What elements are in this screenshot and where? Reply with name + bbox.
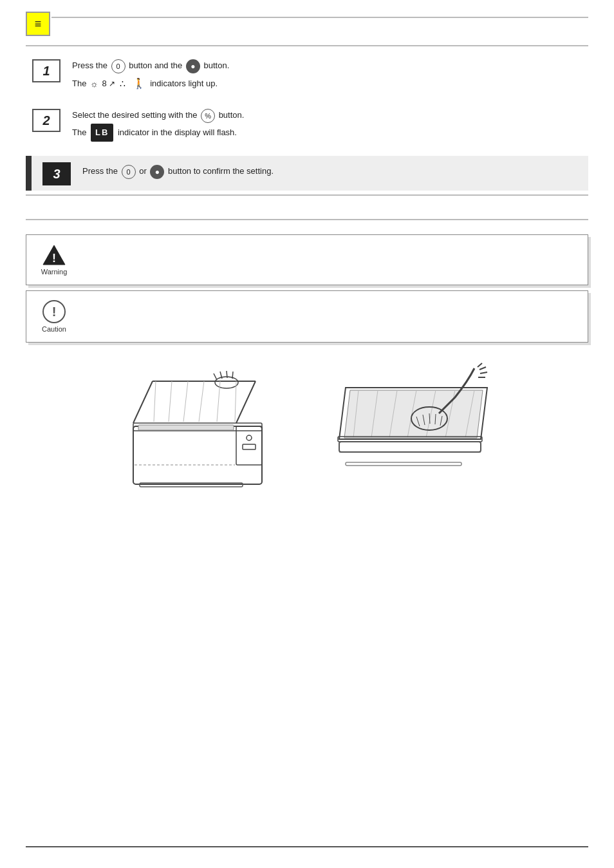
bottom-line <box>26 846 588 847</box>
step-3-text-3: button to confirm the setting. <box>168 166 274 176</box>
step-1-text-6: indicators light up. <box>150 78 218 88</box>
step-3-text-1: Press the <box>82 166 120 176</box>
step-2-text-2: button. <box>219 110 245 120</box>
caution-label: Caution <box>42 325 66 333</box>
step-1-text-3: button. <box>204 61 230 70</box>
step-2-text-4: indicator in the display will flash. <box>118 127 237 137</box>
step-2-content: Select the desired setting with the % bu… <box>72 108 582 142</box>
svg-marker-25 <box>344 390 483 438</box>
step-2-display-box: LB <box>91 124 113 142</box>
step-2-number: 2 <box>32 109 60 132</box>
caution-exclaim: ! <box>52 305 57 319</box>
illustrations-container <box>26 362 588 504</box>
step-3-icon-filled: ● <box>150 165 164 179</box>
step-1-arrow-icon: ↗ <box>109 79 115 88</box>
step-3-sidebar <box>26 156 32 191</box>
svg-text:!: ! <box>52 252 56 265</box>
svg-point-5 <box>247 435 252 440</box>
step-2-text-3: The <box>72 127 89 137</box>
step-3-row: 3 Press the 0 or ● button to confirm the… <box>26 156 588 191</box>
step-3-text-2: or <box>139 166 149 176</box>
svg-line-14 <box>232 372 233 379</box>
caution-text <box>83 300 577 303</box>
warning-label: Warning <box>41 268 68 276</box>
step-1-dots-icon: ∴ <box>120 79 126 89</box>
svg-rect-2 <box>133 426 262 484</box>
svg-rect-4 <box>236 426 262 465</box>
step-3-content: Press the 0 or ● button to confirm the s… <box>82 161 582 180</box>
caution-circle-icon: ! <box>42 300 66 323</box>
step-1-person-icon: 🚶 <box>133 78 145 89</box>
svg-rect-46 <box>346 462 461 466</box>
svg-line-7 <box>133 381 153 423</box>
svg-point-10 <box>215 377 238 388</box>
step-3-number: 3 <box>42 162 71 185</box>
svg-line-19 <box>183 381 188 422</box>
step-2-row: 2 Select the desired setting with the % … <box>26 108 588 142</box>
step-1-text-5: 8 <box>102 78 106 88</box>
svg-rect-15 <box>138 425 234 430</box>
caution-box: ! Caution <box>26 290 588 343</box>
top-header-line <box>51 17 588 18</box>
step-1-row: 1 Press the 0 button and the ● button. T… <box>26 58 588 93</box>
scanner-open-svg <box>114 362 294 504</box>
note-icon-symbol: ≡ <box>35 17 42 31</box>
warning-triangle-svg: ! <box>42 244 66 266</box>
warning-icon-area: ! Warning <box>37 244 71 276</box>
step-2-icon-circle: % <box>201 109 215 123</box>
svg-line-42 <box>480 372 487 373</box>
note-icon-box: ≡ <box>26 12 50 36</box>
scanner-clean-svg <box>320 362 500 504</box>
svg-line-17 <box>154 381 156 422</box>
caution-icon-area: ! Caution <box>37 300 71 333</box>
warning-triangle-icon: ! <box>42 244 66 266</box>
svg-line-22 <box>235 381 236 422</box>
step-3-icon-circle-1: 0 <box>122 165 136 179</box>
svg-line-8 <box>236 381 256 423</box>
warning-box: ! Warning <box>26 234 588 285</box>
svg-line-21 <box>217 381 220 422</box>
svg-rect-6 <box>243 444 256 449</box>
step-1-text-2: button and the <box>129 61 185 70</box>
svg-line-20 <box>199 381 204 422</box>
step-1-sun-icon: ☼ <box>90 75 98 93</box>
step-2-text-1: Select the desired setting with the <box>72 110 200 120</box>
svg-line-11 <box>214 373 217 380</box>
svg-line-41 <box>479 367 486 370</box>
illustration-scanner-clean <box>320 362 500 504</box>
illustration-scanner-open <box>114 362 294 504</box>
step-1-icon-circle-1: 0 <box>111 59 126 73</box>
svg-rect-44 <box>339 442 481 452</box>
step-1-text-1: Press the <box>72 61 110 70</box>
steps-section: 1 Press the 0 button and the ● button. T… <box>26 45 588 196</box>
step-1-number: 1 <box>32 59 60 82</box>
svg-line-13 <box>227 371 227 378</box>
alert-boxes-container: ! Warning ! Caution <box>26 234 588 343</box>
step-1-icon-filled: ● <box>186 59 200 73</box>
section-divider-1 <box>26 219 588 220</box>
note-icon-wrapper: ≡ <box>26 12 50 36</box>
svg-line-18 <box>169 381 172 422</box>
svg-line-40 <box>478 363 482 367</box>
step-1-content: Press the 0 button and the ● button. The… <box>72 58 582 93</box>
step-1-text-4: The <box>72 78 89 88</box>
warning-text <box>83 244 577 247</box>
